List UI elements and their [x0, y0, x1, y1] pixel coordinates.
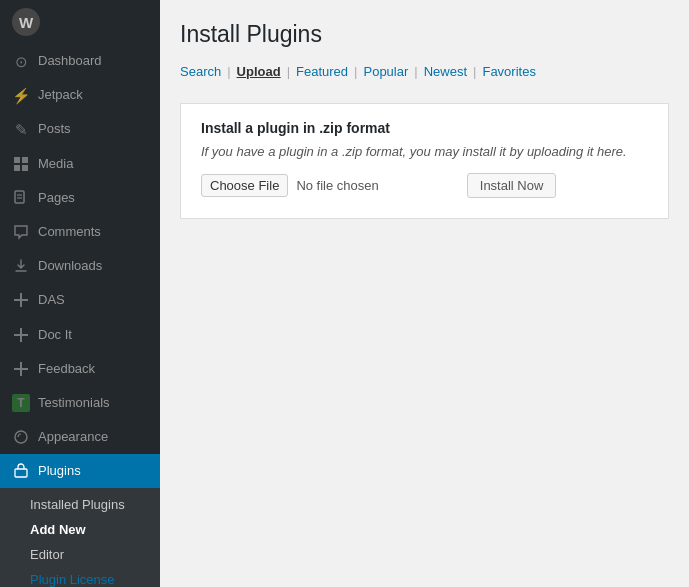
tab-popular[interactable]: Popular	[363, 64, 408, 79]
upload-heading: Install a plugin in .zip format	[201, 120, 648, 136]
tab-newest[interactable]: Newest	[424, 64, 467, 79]
posts-icon: ✎	[12, 120, 30, 138]
sidebar-label-appearance: Appearance	[38, 428, 148, 446]
sidebar: W ⊙ Dashboard ⚡ Jetpack ✎ Posts Media Pa…	[0, 0, 160, 587]
main-content: Install Plugins Search | Upload | Featur…	[160, 0, 689, 587]
sidebar-item-jetpack[interactable]: ⚡ Jetpack	[0, 78, 160, 112]
testimonials-icon: T	[12, 394, 30, 412]
sidebar-item-plugins[interactable]: Plugins	[0, 454, 160, 488]
jetpack-icon: ⚡	[12, 86, 30, 104]
submenu-installed-plugins[interactable]: Installed Plugins	[0, 492, 160, 517]
upload-row: Choose File No file chosen Install Now	[201, 173, 648, 198]
wp-logo-area: W	[0, 0, 160, 44]
sidebar-item-appearance[interactable]: Appearance	[0, 420, 160, 454]
tab-upload[interactable]: Upload	[237, 64, 281, 79]
submenu-add-new[interactable]: Add New	[0, 517, 160, 542]
sidebar-label-dashboard: Dashboard	[38, 52, 148, 70]
sidebar-label-feedback: Feedback	[38, 360, 148, 378]
docit-icon	[12, 326, 30, 344]
svg-rect-10	[20, 328, 22, 342]
sidebar-label-media: Media	[38, 155, 148, 173]
submenu-editor[interactable]: Editor	[0, 542, 160, 567]
svg-rect-0	[14, 157, 20, 163]
sidebar-item-docit[interactable]: Doc It	[0, 318, 160, 352]
install-now-button[interactable]: Install Now	[467, 173, 557, 198]
upload-section: Install a plugin in .zip format If you h…	[180, 103, 669, 219]
sidebar-item-testimonials[interactable]: T Testimonials	[0, 386, 160, 420]
sidebar-label-posts: Posts	[38, 120, 148, 138]
sidebar-label-plugins: Plugins	[38, 462, 148, 480]
sidebar-item-media[interactable]: Media	[0, 147, 160, 181]
sidebar-label-jetpack: Jetpack	[38, 86, 148, 104]
das-icon	[12, 291, 30, 309]
sidebar-label-comments: Comments	[38, 223, 148, 241]
sidebar-label-testimonials: Testimonials	[38, 394, 148, 412]
sidebar-label-docit: Doc It	[38, 326, 148, 344]
downloads-icon	[12, 257, 30, 275]
media-icon	[12, 155, 30, 173]
feedback-icon	[12, 360, 30, 378]
submenu-plugin-license[interactable]: Plugin License	[0, 567, 160, 587]
sep-2: |	[287, 64, 290, 79]
sep-5: |	[473, 64, 476, 79]
upload-description: If you have a plugin in a .zip format, y…	[201, 144, 648, 159]
sidebar-label-downloads: Downloads	[38, 257, 148, 275]
sidebar-item-downloads[interactable]: Downloads	[0, 249, 160, 283]
appearance-icon	[12, 428, 30, 446]
sidebar-item-comments[interactable]: Comments	[0, 215, 160, 249]
dashboard-icon: ⊙	[12, 52, 30, 70]
choose-file-button[interactable]: Choose File	[201, 174, 288, 197]
tab-featured[interactable]: Featured	[296, 64, 348, 79]
svg-rect-4	[15, 191, 24, 203]
sidebar-item-pages[interactable]: Pages	[0, 181, 160, 215]
sidebar-item-posts[interactable]: ✎ Posts	[0, 112, 160, 146]
sep-4: |	[414, 64, 417, 79]
sep-1: |	[227, 64, 230, 79]
svg-rect-8	[20, 293, 22, 307]
svg-rect-3	[22, 165, 28, 171]
comments-icon	[12, 223, 30, 241]
tab-bar: Search | Upload | Featured | Popular | N…	[180, 64, 669, 79]
tab-search[interactable]: Search	[180, 64, 221, 79]
sidebar-label-das: DAS	[38, 291, 148, 309]
no-file-label: No file chosen	[296, 178, 378, 193]
sidebar-item-das[interactable]: DAS	[0, 283, 160, 317]
svg-rect-2	[14, 165, 20, 171]
svg-rect-13	[15, 469, 27, 477]
sidebar-item-feedback[interactable]: Feedback	[0, 352, 160, 386]
plugins-submenu: Installed Plugins Add New Editor Plugin …	[0, 488, 160, 587]
tab-favorites[interactable]: Favorites	[482, 64, 535, 79]
sidebar-label-pages: Pages	[38, 189, 148, 207]
page-title: Install Plugins	[180, 20, 669, 50]
sep-3: |	[354, 64, 357, 79]
svg-rect-12	[20, 362, 22, 376]
wp-logo-icon: W	[12, 8, 40, 36]
svg-rect-1	[22, 157, 28, 163]
sidebar-item-dashboard[interactable]: ⊙ Dashboard	[0, 44, 160, 78]
pages-icon	[12, 189, 30, 207]
plugins-icon	[12, 462, 30, 480]
